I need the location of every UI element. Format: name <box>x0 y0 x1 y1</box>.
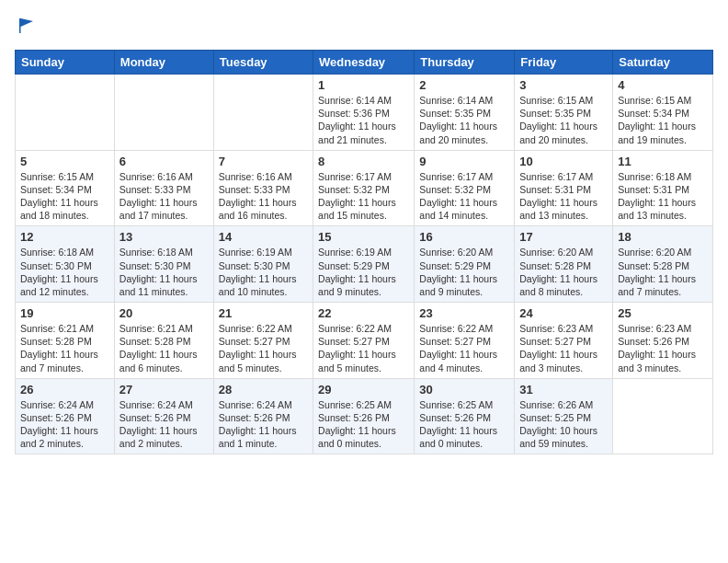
calendar-cell: 18Sunrise: 6:20 AMSunset: 5:28 PMDayligh… <box>613 226 713 303</box>
calendar-cell: 20Sunrise: 6:21 AMSunset: 5:28 PMDayligh… <box>114 303 213 379</box>
day-info-line: Sunset: 5:26 PM <box>119 411 209 424</box>
day-info-line: Daylight: 11 hours and 2 minutes. <box>20 424 109 450</box>
calendar-cell: 15Sunrise: 6:19 AMSunset: 5:29 PMDayligh… <box>313 226 415 303</box>
day-info-line: Daylight: 11 hours and 0 minutes. <box>318 424 409 450</box>
day-number: 12 <box>20 230 109 244</box>
day-info-line: Daylight: 11 hours and 5 minutes. <box>219 348 308 373</box>
day-info-line: Daylight: 11 hours and 16 minutes. <box>219 196 308 222</box>
day-number: 14 <box>219 230 308 244</box>
calendar-cell: 5Sunrise: 6:15 AMSunset: 5:34 PMDaylight… <box>16 150 115 226</box>
calendar-cell: 28Sunrise: 6:24 AMSunset: 5:26 PMDayligh… <box>213 378 313 454</box>
day-info-line: Daylight: 11 hours and 10 minutes. <box>219 272 308 298</box>
calendar-cell: 31Sunrise: 6:26 AMSunset: 5:25 PMDayligh… <box>515 378 613 454</box>
day-info-line: Sunset: 5:29 PM <box>318 259 409 272</box>
day-info-line: Sunset: 5:26 PM <box>20 411 109 424</box>
calendar-cell: 8Sunrise: 6:17 AMSunset: 5:32 PMDaylight… <box>313 150 415 226</box>
calendar-cell: 16Sunrise: 6:20 AMSunset: 5:29 PMDayligh… <box>415 226 515 303</box>
day-number: 9 <box>419 155 509 168</box>
day-info-line: Sunrise: 6:24 AM <box>20 398 109 411</box>
day-number: 1 <box>318 78 409 92</box>
calendar-cell: 26Sunrise: 6:24 AMSunset: 5:26 PMDayligh… <box>16 378 115 454</box>
day-number: 6 <box>119 155 209 168</box>
svg-marker-0 <box>19 18 33 33</box>
day-info-line: Daylight: 11 hours and 14 minutes. <box>419 196 509 222</box>
calendar-cell: 9Sunrise: 6:17 AMSunset: 5:32 PMDaylight… <box>415 150 515 226</box>
calendar-cell: 6Sunrise: 6:16 AMSunset: 5:33 PMDaylight… <box>114 150 213 226</box>
header-saturday: Saturday <box>613 51 713 75</box>
day-info-line: Sunset: 5:26 PM <box>318 411 409 424</box>
day-info-line: Sunset: 5:28 PM <box>20 335 109 348</box>
day-info-line: Sunset: 5:34 PM <box>20 183 109 196</box>
day-info-line: Sunset: 5:30 PM <box>219 259 308 272</box>
day-info-line: Sunrise: 6:26 AM <box>519 398 608 411</box>
day-info-line: Daylight: 11 hours and 12 minutes. <box>20 272 109 298</box>
page: Sunday Monday Tuesday Wednesday Thursday… <box>0 0 728 469</box>
day-number: 7 <box>219 155 308 168</box>
day-info-line: Sunrise: 6:17 AM <box>519 170 608 183</box>
day-info-line: Sunrise: 6:19 AM <box>318 246 409 259</box>
day-info-line: Sunrise: 6:25 AM <box>318 398 409 411</box>
day-number: 5 <box>20 155 109 168</box>
day-info-line: Daylight: 10 hours and 59 minutes. <box>519 424 608 450</box>
day-number: 16 <box>419 230 509 244</box>
header-wednesday: Wednesday <box>313 51 415 75</box>
day-info-line: Sunset: 5:27 PM <box>519 335 608 348</box>
calendar-week-row: 19Sunrise: 6:21 AMSunset: 5:28 PMDayligh… <box>16 303 713 379</box>
day-info-line: Sunset: 5:31 PM <box>519 183 608 196</box>
day-info-line: Sunrise: 6:25 AM <box>419 398 509 411</box>
day-info-line: Sunset: 5:33 PM <box>119 183 209 196</box>
logo-flag-icon <box>17 15 39 37</box>
day-number: 2 <box>419 78 509 92</box>
day-info-line: Daylight: 11 hours and 2 minutes. <box>119 424 209 450</box>
day-info-line: Sunrise: 6:17 AM <box>318 170 409 183</box>
calendar-cell: 22Sunrise: 6:22 AMSunset: 5:27 PMDayligh… <box>313 303 415 379</box>
day-info-line: Daylight: 11 hours and 13 minutes. <box>618 196 708 222</box>
day-info-line: Daylight: 11 hours and 5 minutes. <box>318 348 409 373</box>
calendar-cell <box>213 75 313 151</box>
day-info-line: Sunset: 5:28 PM <box>519 259 608 272</box>
day-number: 18 <box>618 230 708 244</box>
day-info-line: Sunrise: 6:18 AM <box>20 246 109 259</box>
calendar-cell: 19Sunrise: 6:21 AMSunset: 5:28 PMDayligh… <box>16 303 115 379</box>
day-info-line: Sunrise: 6:22 AM <box>419 322 509 335</box>
calendar-cell: 11Sunrise: 6:18 AMSunset: 5:31 PMDayligh… <box>613 150 713 226</box>
day-info-line: Sunset: 5:26 PM <box>419 411 509 424</box>
day-number: 23 <box>419 306 509 320</box>
calendar-cell <box>16 75 115 151</box>
day-info-line: Sunset: 5:31 PM <box>618 183 708 196</box>
day-info-line: Sunset: 5:30 PM <box>20 259 109 272</box>
day-info-line: Daylight: 11 hours and 19 minutes. <box>618 120 708 145</box>
calendar-cell: 23Sunrise: 6:22 AMSunset: 5:27 PMDayligh… <box>415 303 515 379</box>
header-friday: Friday <box>515 51 613 75</box>
day-info-line: Sunrise: 6:14 AM <box>419 94 509 107</box>
day-info-line: Sunrise: 6:15 AM <box>519 94 608 107</box>
day-number: 25 <box>618 306 708 320</box>
day-number: 28 <box>219 383 308 396</box>
day-info-line: Sunrise: 6:17 AM <box>419 170 509 183</box>
day-number: 19 <box>20 306 109 320</box>
day-info-line: Sunrise: 6:18 AM <box>618 170 708 183</box>
header-sunday: Sunday <box>16 51 115 75</box>
calendar-cell: 13Sunrise: 6:18 AMSunset: 5:30 PMDayligh… <box>114 226 213 303</box>
day-info-line: Daylight: 11 hours and 4 minutes. <box>419 348 509 373</box>
day-info-line: Sunrise: 6:16 AM <box>119 170 209 183</box>
day-info-line: Sunset: 5:32 PM <box>419 183 509 196</box>
day-info-line: Daylight: 11 hours and 13 minutes. <box>519 196 608 222</box>
calendar-week-row: 12Sunrise: 6:18 AMSunset: 5:30 PMDayligh… <box>16 226 713 303</box>
day-info-line: Sunset: 5:28 PM <box>119 335 209 348</box>
day-info-line: Daylight: 11 hours and 11 minutes. <box>119 272 209 298</box>
calendar-table: Sunday Monday Tuesday Wednesday Thursday… <box>15 50 713 454</box>
day-info-line: Sunrise: 6:23 AM <box>519 322 608 335</box>
calendar-cell: 1Sunrise: 6:14 AMSunset: 5:36 PMDaylight… <box>313 75 415 151</box>
day-number: 24 <box>519 306 608 320</box>
day-info-line: Sunrise: 6:16 AM <box>219 170 308 183</box>
calendar-cell <box>613 378 713 454</box>
day-info-line: Daylight: 11 hours and 18 minutes. <box>20 196 109 222</box>
day-info-line: Daylight: 11 hours and 9 minutes. <box>419 272 509 298</box>
calendar-week-row: 26Sunrise: 6:24 AMSunset: 5:26 PMDayligh… <box>16 378 713 454</box>
day-info-line: Daylight: 11 hours and 7 minutes. <box>20 348 109 373</box>
day-info-line: Sunrise: 6:15 AM <box>618 94 708 107</box>
day-info-line: Sunset: 5:27 PM <box>419 335 509 348</box>
day-info-line: Sunset: 5:26 PM <box>618 335 708 348</box>
day-info-line: Daylight: 11 hours and 3 minutes. <box>618 348 708 373</box>
